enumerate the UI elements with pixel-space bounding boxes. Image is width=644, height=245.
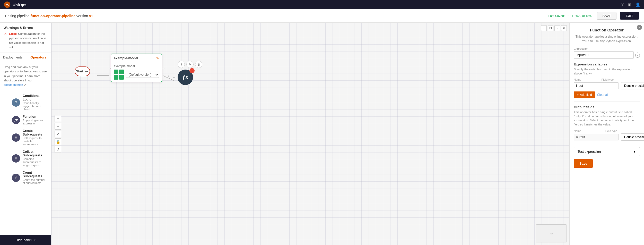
- reset-button[interactable]: ↺: [55, 146, 61, 153]
- mini-map-btn-left[interactable]: ←: [541, 25, 547, 31]
- variable-row: Double precision Integer String Boolean …: [574, 82, 640, 89]
- topnav-actions: ? ⊞ 👤: [621, 2, 640, 7]
- operator-info: Count Subrequests Count the number of su…: [23, 171, 48, 184]
- divider-2: [574, 144, 640, 144]
- start-node: Start →: [75, 66, 90, 76]
- zoom-out-button[interactable]: −: [55, 123, 61, 130]
- output-fields-title: Output fields: [574, 105, 640, 109]
- var-type-select[interactable]: Double precision Integer String Boolean: [621, 82, 644, 89]
- close-panel-button[interactable]: ×: [637, 25, 642, 30]
- mini-map-btn-right[interactable]: →: [554, 25, 560, 31]
- model-version-select[interactable]: (Default version): [126, 72, 159, 78]
- node-output-connector: →: [162, 66, 165, 70]
- save-operator-button[interactable]: Save: [574, 159, 593, 168]
- model-node-name: example-model: [114, 64, 159, 68]
- error-icon: ⚠: [4, 32, 7, 36]
- function-node-toolbar: ℹ ✎ 🗑: [178, 61, 202, 68]
- fit-view-button[interactable]: ⤢: [55, 131, 61, 137]
- canvas-area[interactable]: Start → → → example-model ✎ example-mode…: [51, 23, 569, 245]
- divider: [574, 101, 640, 102]
- header-title: Editing pipeline function-operator-pipel…: [5, 14, 93, 18]
- model-node-body: example-model (Default version): [111, 62, 162, 82]
- operators-list: ⋮⋮ ? Conditional Logic Conditionally tri…: [0, 90, 51, 235]
- output-field-row: Double precision Integer String: [574, 133, 640, 141]
- model-grid-icon: [114, 70, 124, 80]
- output-col-headers: Name Field type: [574, 129, 640, 132]
- expression-input[interactable]: [574, 51, 634, 59]
- mini-map-controls: ← ⊡ → ⊠: [541, 25, 567, 31]
- operator-info: Create Subrequests Split request to mult…: [23, 129, 48, 146]
- right-panel-body: Expression ? Expression variables Specif…: [570, 47, 644, 172]
- right-panel: × Function Operator This operator applie…: [569, 23, 644, 245]
- function-circle: ƒx !: [178, 70, 193, 85]
- left-panel: Warnings & Errors ⚠ Error: Configuration…: [0, 23, 51, 245]
- header-actions: Last Saved: 21-11-2022 at 18:49 SAVE EXI…: [549, 12, 639, 20]
- operator-desc: Split request to multiple subrequests: [23, 137, 48, 146]
- add-field-button[interactable]: + Add field: [574, 91, 595, 98]
- exit-button[interactable]: EXIT: [620, 12, 639, 20]
- model-node[interactable]: → example-model ✎ example-model: [111, 54, 162, 82]
- drag-handle: ⋮⋮: [4, 118, 9, 122]
- operator-collect-subrequests[interactable]: ⋮⋮ ⊟ Collect Subrequests Combine subrequ…: [0, 148, 51, 169]
- operator-create-subrequests[interactable]: ⋮⋮ ⊞ Create Subrequests Split request to…: [0, 127, 51, 148]
- right-panel-title: Function Operator: [570, 23, 644, 34]
- connector-arrow-2: →: [166, 74, 170, 78]
- function-node[interactable]: ℹ ✎ 🗑 → ƒx !: [178, 61, 202, 85]
- clear-all-button[interactable]: Clear all: [597, 93, 608, 97]
- model-node-grid: (Default version): [114, 70, 159, 80]
- expression-help-icon[interactable]: ?: [635, 53, 640, 58]
- documentation-link[interactable]: documentation: [4, 83, 23, 86]
- user-icon[interactable]: 👤: [635, 2, 640, 7]
- info-icon[interactable]: ℹ: [178, 61, 185, 68]
- hide-panel-button[interactable]: Hide panel «: [0, 235, 51, 245]
- tab-operators[interactable]: Operators: [26, 53, 51, 62]
- function-circle-wrap: → ƒx !: [178, 70, 202, 85]
- operator-desc: Conditionally trigger the next object.: [23, 102, 48, 111]
- warnings-section: Warnings & Errors ⚠ Error: Configuration…: [0, 23, 51, 53]
- operator-info: Conditional Logic Conditionally trigger …: [23, 94, 48, 111]
- lock-button[interactable]: 🔒: [55, 138, 61, 145]
- top-navbar: UbiOps ? ⊞ 👤: [0, 0, 644, 9]
- zoom-in-button[interactable]: +: [55, 115, 61, 122]
- mini-map: ▭: [536, 224, 567, 242]
- function-icon: ƒx: [12, 116, 20, 124]
- drag-handle: ⋮⋮: [4, 157, 9, 160]
- edit-model-icon[interactable]: ✎: [156, 56, 159, 60]
- right-panel-subtitle: This operator applies a single line expr…: [570, 34, 644, 47]
- variables-col-headers: Name Field type: [574, 78, 640, 81]
- edit-function-icon[interactable]: ✎: [186, 61, 194, 68]
- operator-count-subrequests[interactable]: ⋮⋮ # Count Subrequests Count the number …: [0, 169, 51, 187]
- save-button[interactable]: SAVE: [597, 12, 616, 20]
- output-type-select[interactable]: Double precision Integer String: [621, 133, 644, 141]
- operator-conditional-logic[interactable]: ⋮⋮ ? Conditional Logic Conditionally tri…: [0, 92, 51, 113]
- help-icon[interactable]: ?: [621, 2, 624, 7]
- tab-deployments[interactable]: Deployments: [0, 53, 26, 62]
- output-name-input[interactable]: [574, 134, 619, 140]
- operator-desc: Apply single-line expression: [23, 119, 48, 125]
- delete-function-icon[interactable]: 🗑: [195, 61, 202, 68]
- operator-name: Conditional Logic: [23, 94, 48, 101]
- expr-variables-title: Expression variables: [574, 62, 640, 66]
- var-name-input[interactable]: [574, 82, 619, 89]
- pipeline-version: v1: [89, 14, 93, 18]
- operator-name: Function: [23, 115, 48, 119]
- last-saved: Last Saved: 21-11-2022 at 18:49: [549, 14, 594, 18]
- operator-function[interactable]: ⋮⋮ ƒx Function Apply single-line express…: [0, 113, 51, 127]
- logo-text: UbiOps: [13, 3, 26, 7]
- mini-map-btn-fit[interactable]: ⊡: [548, 25, 553, 31]
- expression-row: ?: [574, 51, 640, 59]
- operator-name: Create Subrequests: [23, 129, 48, 136]
- operator-info: Function Apply single-line expression: [23, 115, 48, 125]
- function-error-badge: !: [189, 68, 195, 73]
- mini-map-btn-extra[interactable]: ⊠: [561, 25, 567, 31]
- model-node-header: example-model ✎: [111, 54, 162, 62]
- test-expression-button[interactable]: Test expression ▼: [574, 147, 640, 156]
- output-col-name-header: Name: [574, 129, 603, 132]
- expression-label: Expression: [574, 47, 640, 50]
- model-node-title: example-model: [114, 56, 138, 60]
- col-type-header: Field type: [602, 78, 632, 81]
- model-node-actions: ✎: [156, 56, 159, 60]
- panel-description: Drag and drop any of your operators onto…: [0, 62, 51, 90]
- canvas-toolbar: + − ⤢ 🔒 ↺: [55, 115, 61, 153]
- grid-icon[interactable]: ⊞: [628, 2, 631, 7]
